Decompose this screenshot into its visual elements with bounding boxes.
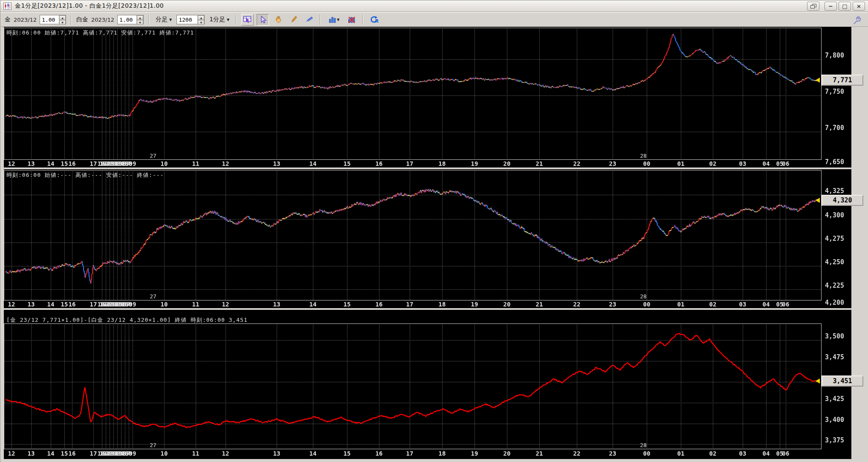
gold-ohlc-readout: 時刻:06:00 始値:7,771 高値:7,771 安値:7,771 終値:7… bbox=[6, 29, 194, 37]
toolbar-separator bbox=[236, 14, 237, 25]
wrench-icon bbox=[853, 16, 862, 25]
chevron-down-icon: ▼ bbox=[337, 18, 339, 22]
pencil-icon bbox=[289, 15, 298, 24]
toolbar-separator bbox=[148, 14, 149, 25]
candlestick-app-icon bbox=[3, 3, 12, 10]
platinum-multiplier-input[interactable] bbox=[118, 15, 136, 24]
cursor-icon bbox=[259, 15, 267, 24]
pen-icon bbox=[304, 15, 314, 24]
window-title: 金1分足[2023/12]1.00 - 白金1分足[2023/12]1.00 bbox=[15, 2, 164, 10]
data-table-icon bbox=[243, 15, 252, 24]
chevron-down-icon: ▼ bbox=[169, 18, 172, 22]
refresh-r-label: R bbox=[375, 18, 379, 24]
restore-group-button[interactable] bbox=[807, 2, 819, 11]
bar-count-spinner: ▲▼ bbox=[176, 15, 205, 24]
toolbar: 金 2023/12 ▲▼ 白金 2023/12 ▲▼ 分足 ▼ ▲▼ 1分足 ▼ bbox=[0, 12, 868, 27]
maximize-icon: □ bbox=[842, 3, 847, 9]
platinum-price-pointer-icon bbox=[816, 198, 820, 203]
maximize-button[interactable]: □ bbox=[839, 2, 851, 11]
chevron-down-icon: ▼ bbox=[227, 18, 229, 22]
spread-price-pointer-icon bbox=[816, 378, 820, 384]
interval-dropdown[interactable]: 1分足 ▼ bbox=[208, 15, 231, 24]
hand-icon bbox=[274, 15, 283, 24]
toolbar-separator bbox=[320, 14, 321, 25]
gold-label: 金 bbox=[5, 16, 11, 23]
minimize-icon: − bbox=[828, 3, 833, 9]
bar-type-label: 分足 bbox=[156, 16, 168, 23]
spread-formula-readout: [金 23/12 7,771×1.00]-[白金 23/12 4,320×1.0… bbox=[6, 316, 248, 324]
platinum-current-price-box: 4,320 bbox=[822, 195, 863, 206]
chart-area bbox=[0, 27, 868, 462]
close-icon: × bbox=[856, 3, 861, 9]
cursor-tool-button[interactable] bbox=[257, 14, 269, 26]
gold-price-pointer-icon bbox=[816, 78, 820, 83]
draw-pen-tool-button[interactable] bbox=[303, 14, 315, 26]
close-button[interactable]: × bbox=[853, 2, 865, 11]
draw-pencil-tool-button[interactable] bbox=[287, 14, 300, 26]
chart-remove-button[interactable] bbox=[345, 14, 358, 26]
gold-current-price-box: 7,771 bbox=[822, 75, 863, 86]
bar-count-input[interactable] bbox=[177, 15, 197, 24]
settings-wrench-button[interactable] bbox=[851, 14, 863, 26]
title-bar: 金1分足[2023/12]1.00 - 白金1分足[2023/12]1.00 −… bbox=[0, 0, 868, 12]
bar-chart-delete-icon bbox=[347, 15, 356, 24]
interval-label: 1分足 bbox=[209, 16, 225, 23]
gold-multiplier-up-button[interactable]: ▲ bbox=[59, 15, 66, 20]
bar-count-up-button[interactable]: ▲ bbox=[198, 15, 204, 20]
pan-tool-button[interactable] bbox=[272, 14, 284, 26]
gold-multiplier-down-button[interactable]: ▼ bbox=[59, 20, 66, 25]
bar-type-dropdown[interactable]: 分足 ▼ bbox=[154, 15, 174, 24]
gold-month-label: 2023/12 bbox=[14, 17, 37, 23]
platinum-ohlc-readout: 時刻:06:00 始値:--- 高値:--- 安値:--- 終値:--- bbox=[6, 171, 164, 179]
platinum-month-label: 2023/12 bbox=[91, 17, 114, 23]
reload-button[interactable]: R bbox=[368, 14, 380, 26]
platinum-chart-canvas[interactable] bbox=[4, 169, 851, 308]
toolbar-separator bbox=[362, 14, 363, 25]
platinum-multiplier-spinner: ▲▼ bbox=[117, 15, 144, 24]
gold-multiplier-spinner: ▲▼ bbox=[40, 15, 66, 24]
platinum-multiplier-up-button[interactable]: ▲ bbox=[137, 15, 143, 20]
spread-current-price-box: 3,451 bbox=[822, 375, 863, 387]
chart-type-button[interactable]: ▼ bbox=[325, 14, 342, 26]
data-window-tool-button[interactable] bbox=[241, 14, 254, 26]
spread-chart-canvas[interactable] bbox=[4, 310, 851, 459]
minimize-button[interactable]: − bbox=[825, 2, 837, 11]
restore-group-icon bbox=[810, 3, 817, 9]
platinum-label: 白金 bbox=[76, 16, 88, 23]
bar-chart-icon bbox=[328, 15, 337, 24]
toolbar-separator bbox=[71, 14, 72, 25]
gold-chart-canvas[interactable] bbox=[4, 27, 851, 167]
platinum-multiplier-down-button[interactable]: ▼ bbox=[137, 20, 143, 25]
app-window: 金1分足[2023/12]1.00 - 白金1分足[2023/12]1.00 −… bbox=[0, 0, 868, 462]
bar-count-down-button[interactable]: ▼ bbox=[198, 20, 204, 25]
gold-multiplier-input[interactable] bbox=[40, 15, 59, 24]
